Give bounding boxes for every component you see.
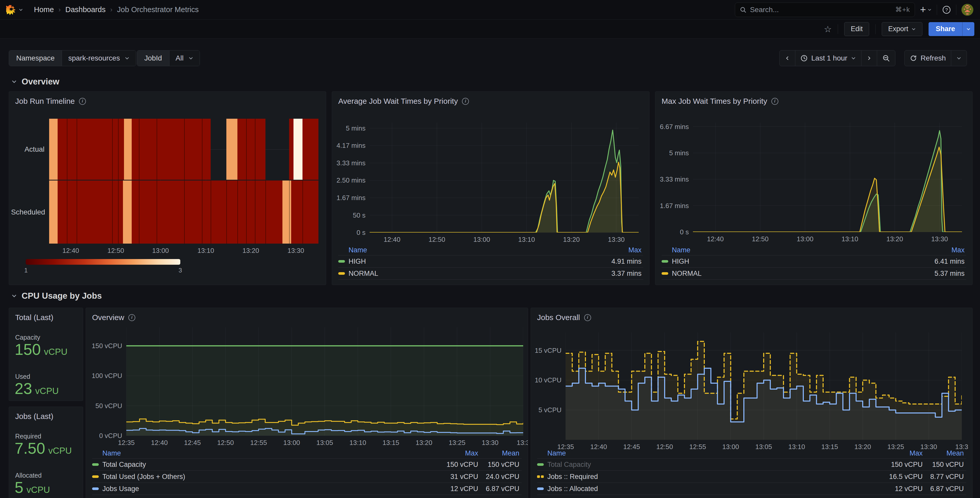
refresh-button[interactable]: Refresh: [905, 51, 951, 66]
section-cpu-usage-toggle[interactable]: CPU Usage by Jobs: [11, 291, 102, 301]
legend-header-max[interactable]: Max: [910, 449, 923, 457]
series-name[interactable]: Jobs Usage: [102, 485, 139, 493]
timeline-state-segment[interactable]: [226, 119, 237, 180]
add-new-button[interactable]: +: [915, 3, 937, 17]
timeline-state-segment[interactable]: [282, 180, 291, 244]
share-menu-button[interactable]: [962, 22, 974, 36]
chevron-down-icon: [966, 27, 971, 32]
series-name[interactable]: Jobs :: Required: [547, 473, 598, 481]
legend-header-name[interactable]: Name: [547, 449, 566, 457]
timeline-state-segment[interactable]: [293, 119, 303, 180]
series-name[interactable]: HIGH: [672, 257, 689, 265]
y-axis-label: 2.50 mins: [332, 176, 366, 184]
panel-title[interactable]: Overview: [92, 313, 124, 322]
x-axis-label: 13:3: [509, 439, 528, 447]
refresh-interval-button[interactable]: [951, 51, 967, 66]
legend-header-max[interactable]: Max: [628, 246, 641, 254]
series-name[interactable]: HIGH: [348, 257, 366, 265]
legend-row: HIGH 6.41 mins: [662, 255, 966, 268]
legend-header-max[interactable]: Max: [465, 449, 478, 457]
avg-wait-legend: Name Max HIGH 4.91 mins NORMAL 3.37 mins: [338, 245, 643, 279]
edit-button[interactable]: Edit: [844, 22, 869, 36]
lane-label-actual: Actual: [11, 145, 45, 153]
stat-value: 23vCPU: [15, 380, 59, 397]
timeline-state-segment[interactable]: [124, 119, 132, 180]
x-axis-label: 12:50: [746, 235, 775, 243]
section-overview-toggle[interactable]: Overview: [11, 77, 59, 86]
namespace-select[interactable]: spark-resources: [62, 51, 136, 66]
zoom-out-icon: [882, 54, 890, 62]
search-input[interactable]: [750, 6, 892, 14]
timeline-state-segment[interactable]: [57, 119, 124, 180]
legend-header-max[interactable]: Max: [951, 246, 964, 254]
x-axis-label: 13:20: [410, 439, 438, 447]
search-box[interactable]: ⌘+k: [735, 3, 915, 17]
time-range-picker[interactable]: Last 1 hour: [795, 51, 861, 66]
time-shift-forward-button[interactable]: [861, 51, 877, 66]
jobid-select[interactable]: All: [170, 51, 200, 66]
stat-label: Used: [15, 373, 30, 380]
x-axis-label: 12:55: [244, 439, 273, 447]
info-icon[interactable]: i: [772, 98, 778, 105]
timeline-state-segment[interactable]: [289, 119, 293, 180]
breadcrumb-home[interactable]: Home: [34, 5, 54, 14]
help-button[interactable]: ?: [937, 3, 956, 17]
chart-canvas[interactable]: [693, 123, 962, 232]
legend-header-name[interactable]: Name: [672, 246, 690, 254]
x-axis-label: 13:15: [377, 439, 405, 447]
info-icon[interactable]: i: [584, 314, 591, 321]
legend-header-name[interactable]: Name: [102, 449, 121, 457]
series-name[interactable]: Jobs :: Allocated: [547, 485, 598, 493]
series-name[interactable]: Total Used (Jobs + Others): [102, 473, 185, 481]
y-axis-label: 1.67 mins: [332, 194, 366, 202]
legend-header-mean[interactable]: Mean: [502, 449, 519, 457]
timeline-state-segment[interactable]: [302, 119, 318, 180]
legend-header-name[interactable]: Name: [348, 246, 367, 254]
grafana-menu-toggle[interactable]: [6, 5, 23, 15]
timeline-plot[interactable]: Actual Scheduled 1 3 12:4012:5013:0013:1…: [9, 92, 326, 285]
legend-header-mean[interactable]: Mean: [946, 449, 964, 457]
panel-title[interactable]: Jobs Overall: [537, 313, 580, 322]
x-axis-label: 12:35: [112, 439, 140, 447]
timeline-state-segment[interactable]: [49, 180, 57, 244]
search-shortcut: ⌘+k: [895, 6, 910, 14]
user-avatar[interactable]: [961, 4, 973, 16]
chart-canvas[interactable]: [126, 327, 523, 436]
panel-title[interactable]: Max Job Wait Times by Priority: [662, 97, 767, 105]
series-name-hidden[interactable]: Total Capacity: [547, 461, 591, 469]
breadcrumb-dashboards[interactable]: Dashboards: [65, 5, 105, 14]
series-mean-value: 24.0 vCPU: [486, 473, 519, 481]
chart-canvas[interactable]: [566, 332, 962, 440]
panel-jobs-overall: Jobs Overall i 5 vCPU10 vCPU15 vCPU12:35…: [531, 308, 972, 498]
x-axis-label: 13:30: [476, 439, 504, 447]
series-name[interactable]: NORMAL: [348, 270, 379, 278]
timeline-state-segment[interactable]: [237, 119, 266, 180]
chart-canvas[interactable]: [370, 123, 639, 233]
x-axis-label: 12:50: [212, 439, 240, 447]
time-shift-back-button[interactable]: [780, 51, 795, 66]
info-icon[interactable]: i: [79, 98, 86, 105]
timeline-state-segment[interactable]: [132, 180, 282, 244]
zoom-out-button[interactable]: [877, 51, 895, 66]
timeline-state-segment[interactable]: [123, 180, 132, 244]
panel-title[interactable]: Average Job Wait Times by Priority: [338, 97, 458, 105]
export-button[interactable]: Export: [882, 22, 923, 36]
timeline-state-segment[interactable]: [132, 119, 211, 180]
star-icon[interactable]: ☆: [824, 24, 832, 34]
svg-text:?: ?: [945, 7, 948, 12]
info-icon[interactable]: i: [128, 314, 135, 321]
panel-title[interactable]: Jobs (Last): [15, 412, 53, 421]
panel-title[interactable]: Job Run Timeline: [15, 97, 75, 105]
series-name[interactable]: Total Capacity: [102, 461, 146, 469]
legend-row: Jobs :: Allocated 12 vCPU 6.87 vCPU: [537, 483, 966, 495]
info-icon[interactable]: i: [462, 98, 469, 105]
x-axis-label: 13:00: [791, 235, 819, 243]
panel-title[interactable]: Total (Last): [15, 313, 53, 322]
share-button[interactable]: Share: [929, 22, 962, 36]
timeline-state-segment[interactable]: [49, 119, 57, 180]
breadcrumb-current-page: Job Orchestrator Metrics: [117, 5, 199, 14]
panel-avg-job-wait-times: Average Job Wait Times by Priority i 0 s…: [332, 91, 649, 285]
timeline-state-segment[interactable]: [291, 180, 318, 244]
y-axis-label: 50 s: [332, 211, 366, 219]
series-name[interactable]: NORMAL: [672, 270, 702, 278]
